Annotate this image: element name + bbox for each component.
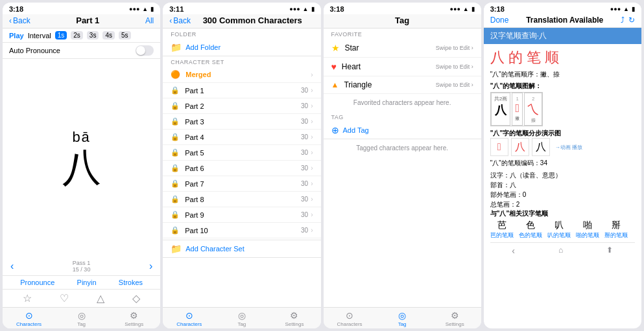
tab-characters-3[interactable]: ⊙ Characters [324,310,376,327]
characters-tab-icon-2: ⊙ [185,310,193,321]
triangle-icon[interactable]: △ [97,292,104,304]
back-button-2[interactable]: ‹ Back [169,16,191,25]
part6-item[interactable]: 🔒 Part 6 30› [163,161,320,176]
phone3-content: FAVORITE ★ Star Swipe to Edit › ♥ Heart … [324,29,481,307]
tab-characters-2[interactable]: ⊙ Characters [163,310,215,327]
part4-label: Part 4 [185,133,204,141]
pronounce-button[interactable]: Pronounce [20,279,54,286]
interval-3s[interactable]: 3s [87,31,99,40]
tag-add-icon: ⊕ [331,125,339,135]
interval-5s[interactable]: 5s [119,31,131,40]
tab-tag-label: Tag [77,321,86,327]
stroke-2: 2 乀 捺 [524,93,542,126]
fav-tri-item[interactable]: ▲ Triangle Swipe to Edit › [324,76,481,94]
wifi-icon-4: ▲ [623,6,629,12]
add-folder-row[interactable]: 📁 Add Folder [163,39,320,56]
related-bai[interactable]: 掰掰的笔顺 [604,220,628,240]
interval-2s[interactable]: 2s [71,31,83,40]
interval-4s[interactable]: 4s [102,31,115,40]
part4-item[interactable]: 🔒 Part 4 30› [163,130,320,145]
characters-tab-icon-3: ⊙ [346,310,353,321]
related-ba2[interactable]: 叭叭的笔顺 [547,220,571,240]
part5-item[interactable]: 🔒 Part 5 30› [163,145,320,161]
blue-header: 汉字笔顺查询·八 [484,28,641,44]
share-nav-icon[interactable]: ⬆ [606,245,613,256]
part9-item[interactable]: 🔒 Part 9 30› [163,207,320,223]
related-se[interactable]: 色色的笔顺 [519,220,542,240]
tag-icon[interactable]: ◇ [132,292,140,304]
back-nav-icon[interactable]: ‹ [512,245,515,256]
refresh-icon[interactable]: ↻ [628,16,635,25]
signal-icon-2: ●●● [289,6,300,12]
anim-label: "八"字的笔顺分步演示图 [490,129,635,138]
part2-item[interactable]: 🔒 Part 2 30› [163,98,320,114]
pinyin-button[interactable]: Pinyin [77,279,97,286]
tab-settings-2[interactable]: ⚙ Settings [268,310,320,327]
auto-row: Auto Pronounce [3,43,160,59]
fav-empty-hint: Favorited characters appear here. [324,94,481,111]
part8-item[interactable]: 🔒 Part 8 30› [163,192,320,207]
fav-heart-item[interactable]: ♥ Heart Swipe to Edit › [324,58,481,76]
merged-icon: 🟠 [171,70,180,79]
part10-item[interactable]: 🔒 Part 10 30› [163,223,320,238]
all-button[interactable]: All [145,16,154,25]
interval-label: Interval [28,32,51,40]
strokes-button[interactable]: Strokes [119,279,143,286]
related-section: 与"八"相关汉字笔顺 芭芭的笔顺 色色的笔顺 叭叭的笔顺 啪啪的笔顺 掰掰的笔顺 [490,209,635,240]
p4-action-icons: ⤴ ↻ [621,16,635,25]
phone2-scroll: FOLDER 📁 Add Folder CHARACTER SET 🟠 Merg… [163,29,320,307]
fav-star-item[interactable]: ★ Star Swipe to Edit › [324,39,481,58]
add-tag-row[interactable]: ⊕ Add Tag [324,122,481,139]
interval-1s[interactable]: 1s [55,31,67,40]
share-icon[interactable]: ⤴ [621,16,625,25]
tab-characters-1[interactable]: ⊙ Characters [3,310,55,327]
status-icons-2: ●●● ▲ ▮ [289,6,314,12]
related-ba[interactable]: 芭芭的笔顺 [490,220,514,240]
home-nav-icon[interactable]: ⌂ [558,245,563,256]
tab-tag-3[interactable]: ◎ Tag [376,310,429,327]
tab-settings-3[interactable]: ⚙ Settings [429,310,481,327]
stroke-1: 1 𠃋 撇 [512,93,523,126]
fav-star-label: Star [345,43,359,52]
play-button[interactable]: Play [9,32,24,40]
anim-hint: →动画 播放 [555,144,582,151]
part6-label: Part 6 [185,165,204,172]
tab-tag-2[interactable]: ◎ Tag [215,310,268,327]
part1-item[interactable]: 🔒 Part 1 30› [163,83,320,98]
part7-item[interactable]: 🔒 Part 7 30› [163,176,320,192]
tab-settings-1[interactable]: ⚙ Settings [108,310,160,327]
done-button[interactable]: Done [490,16,509,25]
heart-icon[interactable]: ♡ [60,292,69,304]
info-line-4: 总笔画：2 [490,200,635,209]
tab-characters-label-2: Characters [176,321,202,327]
phone-1: 3:18 ●●● ▲ ▮ ‹ Back Part 1 All Play Inte… [3,3,160,328]
tab-tag-1[interactable]: ◎ Tag [55,310,108,327]
anim-cell-3: 八 [532,138,550,156]
nav-bar-3: Tag [324,14,481,29]
info-line-3: 部外笔画：0 [490,190,635,200]
tag-tab-icon-3: ◎ [398,310,406,321]
prev-button[interactable]: ‹ [10,260,14,272]
tab-bar-2: ⊙ Characters ◎ Tag ⚙ Settings [163,307,320,328]
auto-pronounce-toggle[interactable] [136,45,154,56]
tab-bar-3: ⊙ Characters ◎ Tag ⚙ Settings [324,307,481,328]
icon-row: ☆ ♡ △ ◇ [3,290,160,307]
next-button[interactable]: › [149,260,152,272]
nav-bar-4: Done Translation Available ⤴ ↻ [484,14,641,28]
back-button-1[interactable]: ‹ Back [9,16,30,25]
stroke-order-label: "八"的笔画顺序：撇、捺 [490,70,635,79]
signal-icon-4: ●●● [610,6,621,12]
add-charset-row[interactable]: 📁 Add Character Set [163,240,320,258]
star-icon[interactable]: ☆ [23,292,32,304]
nav-title-3: Tag [395,16,409,25]
anim-cell-1: 𠃋 [490,138,508,156]
part9-label: Part 9 [185,211,204,219]
part3-item[interactable]: 🔒 Part 3 30› [163,114,320,130]
part9-icon: 🔒 [171,211,180,219]
merged-item[interactable]: 🟠 Merged › [163,67,320,83]
merged-left: 🟠 Merged [171,70,211,79]
related-pa[interactable]: 啪啪的笔顺 [576,220,599,240]
stroke-diagram-label: "八"的笔顺图解： [490,82,635,91]
p4-info: 汉字：八（读音、意思） 部首：八 部外笔画：0 总笔画：2 [490,170,635,209]
part8-label: Part 8 [185,196,204,203]
